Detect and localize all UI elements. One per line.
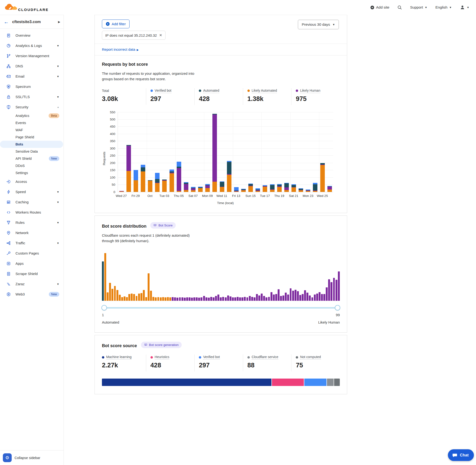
distribution-bar[interactable] (126, 297, 128, 301)
sidebar-item-caching[interactable]: Caching▼ (0, 197, 63, 207)
distribution-bar[interactable] (251, 297, 253, 301)
search-button[interactable] (397, 5, 402, 10)
distribution-bar[interactable] (213, 297, 214, 301)
distribution-bar[interactable] (268, 297, 270, 301)
chat-button[interactable]: Chat (448, 449, 474, 461)
distribution-bar[interactable] (287, 295, 289, 301)
distribution-bar[interactable] (107, 292, 109, 301)
sidebar-item-web3[interactable]: Web3New (0, 289, 63, 299)
collapse-sidebar-label[interactable]: Collapse sidebar (14, 456, 40, 460)
support-menu[interactable]: Support▼ (410, 5, 427, 10)
distribution-bar[interactable] (242, 297, 243, 301)
distribution-bar[interactable] (230, 296, 232, 301)
slider-track[interactable] (102, 307, 340, 308)
distribution-bar[interactable] (323, 294, 325, 301)
sidebar-item-bots[interactable]: Bots (0, 141, 63, 148)
distribution-bar[interactable] (304, 290, 306, 301)
distribution-bar[interactable] (162, 297, 164, 301)
distribution-bar[interactable] (227, 296, 229, 301)
distribution-bar[interactable] (150, 291, 152, 301)
distribution-bar[interactable] (302, 294, 304, 301)
sidebar-item-waf[interactable]: WAF (0, 127, 63, 134)
distribution-bar[interactable] (133, 294, 135, 301)
bar-column[interactable] (240, 112, 247, 192)
bar-column[interactable] (312, 112, 319, 192)
bar-column[interactable] (225, 112, 233, 192)
distribution-bar[interactable] (165, 297, 167, 301)
bar-column[interactable] (132, 112, 139, 192)
source-segment-cloudflare-service[interactable] (327, 379, 334, 386)
sidebar-item-access[interactable]: Access (0, 176, 63, 187)
source-segment-heuristics[interactable] (272, 379, 304, 386)
distribution-bar[interactable] (191, 298, 193, 301)
distribution-bar[interactable] (280, 296, 282, 301)
bar-column[interactable] (297, 112, 305, 192)
distribution-bar[interactable] (321, 294, 323, 301)
bar-column[interactable] (233, 112, 240, 192)
bar-column[interactable] (154, 112, 161, 192)
bar-column[interactable] (204, 112, 211, 192)
distribution-bar[interactable] (143, 290, 145, 301)
distribution-bar[interactable] (217, 295, 219, 301)
distribution-bar[interactable] (311, 297, 313, 301)
bar-column[interactable] (197, 112, 204, 192)
sidebar-item-network[interactable]: Network (0, 228, 63, 238)
distribution-bar[interactable] (273, 295, 275, 301)
distribution-bar[interactable] (201, 297, 202, 301)
distribution-bar[interactable] (292, 291, 294, 301)
distribution-bar[interactable] (319, 292, 320, 301)
distribution-bar[interactable] (330, 282, 332, 301)
distribution-bar[interactable] (196, 297, 198, 301)
distribution-bar[interactable] (220, 297, 222, 301)
stat-label[interactable]: Likely Human (296, 89, 320, 93)
distribution-bar[interactable] (203, 296, 205, 301)
distribution-bar[interactable] (119, 295, 121, 301)
bar-column[interactable] (305, 112, 312, 192)
distribution-bar[interactable] (148, 273, 149, 301)
bot-score-generation-badge[interactable]: Bot score generation (141, 342, 182, 348)
sidebar-item-custom-pages[interactable]: Custom Pages (0, 248, 63, 258)
distribution-bar[interactable] (314, 295, 316, 301)
distribution-bar[interactable] (225, 297, 227, 301)
distribution-bar[interactable] (111, 289, 113, 301)
sidebar-item-events[interactable]: Events (0, 119, 63, 127)
bar-column[interactable] (182, 112, 190, 192)
sidebar-item-sensitive-data[interactable]: Sensitive Data (0, 148, 63, 155)
bar-column[interactable] (161, 112, 168, 192)
sidebar-item-apps[interactable]: Apps (0, 258, 63, 269)
bar-column[interactable] (283, 112, 290, 192)
distribution-bar[interactable] (124, 296, 126, 301)
sidebar-item-api-shield[interactable]: API ShieldNew (0, 155, 63, 162)
distribution-bar[interactable] (138, 294, 140, 301)
sidebar-item-page-shield[interactable]: Page Shield (0, 134, 63, 141)
distribution-bar[interactable] (114, 286, 116, 301)
slider-handle-max[interactable] (335, 305, 340, 310)
distribution-bar[interactable] (256, 294, 258, 301)
distribution-bar[interactable] (295, 290, 296, 301)
distribution-bar[interactable] (258, 296, 260, 301)
source-segment-machine-learning[interactable] (102, 379, 271, 386)
distribution-bar[interactable] (128, 294, 130, 301)
distribution-bar[interactable] (297, 291, 299, 301)
distribution-bar[interactable] (152, 297, 154, 301)
chevron-right-icon[interactable]: ▶ (58, 20, 60, 24)
bar-column[interactable] (290, 112, 297, 192)
distribution-bar[interactable] (278, 289, 280, 301)
distribution-bar[interactable] (237, 297, 239, 301)
sidebar-item-rules[interactable]: Rules▼ (0, 217, 63, 228)
distribution-bar[interactable] (328, 279, 330, 301)
language-menu[interactable]: English▼ (435, 5, 452, 10)
distribution-bar[interactable] (116, 290, 118, 301)
sidebar-item-analytics-logs[interactable]: Analytics & Logs▼ (0, 41, 63, 51)
distribution-bar[interactable] (104, 253, 106, 301)
distribution-bar[interactable] (160, 297, 162, 301)
stat-label[interactable]: Heuristics (150, 355, 169, 359)
distribution-bar[interactable] (167, 297, 169, 301)
distribution-bar[interactable] (333, 278, 335, 301)
distribution-bar[interactable] (174, 297, 176, 301)
distribution-bar[interactable] (309, 296, 311, 301)
add-filter-button[interactable]: Add filter (102, 20, 129, 28)
distribution-bar[interactable] (169, 297, 171, 301)
distribution-bar[interactable] (265, 297, 267, 301)
distribution-bar[interactable] (232, 297, 234, 301)
